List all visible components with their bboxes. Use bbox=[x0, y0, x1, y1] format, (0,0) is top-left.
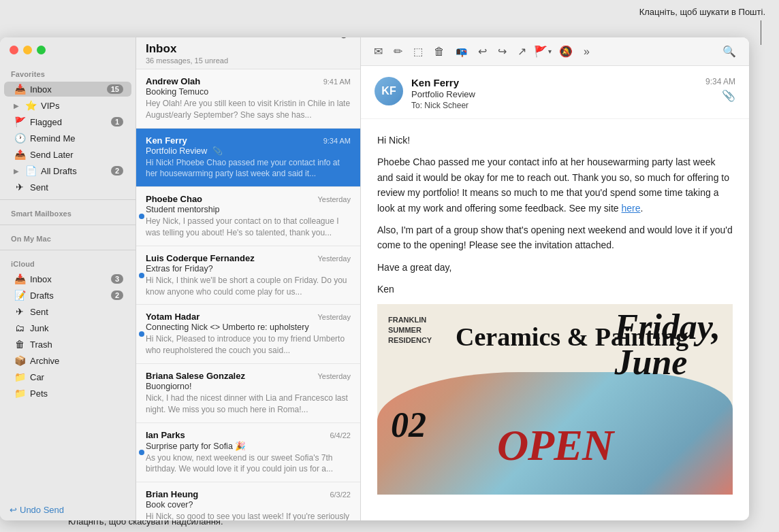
sidebar-item-icloud-archive[interactable]: 📦 Archive bbox=[4, 353, 131, 368]
sidebar-item-vips[interactable]: ▶ ⭐ VIPs bbox=[4, 98, 131, 113]
email-subject: Book cover? bbox=[146, 500, 351, 510]
from-name: Ken Ferry bbox=[411, 77, 697, 88]
all-drafts-expand-icon: ▶ bbox=[14, 167, 19, 175]
maximize-button[interactable] bbox=[37, 46, 46, 54]
email-sender: Ken Ferry bbox=[146, 135, 318, 146]
flag-group[interactable]: 🚩 ▾ bbox=[534, 45, 552, 58]
search-icon[interactable]: 🔍 bbox=[719, 43, 740, 60]
notification-icon[interactable]: 🔕 bbox=[556, 43, 576, 60]
flag-dropdown-icon[interactable]: ▾ bbox=[548, 48, 552, 55]
email-item[interactable]: Phoebe Chao Yesterday Student mentorship… bbox=[136, 187, 360, 246]
sidebar-divider-onmac bbox=[0, 225, 136, 225]
sidebar-item-label: Trash bbox=[30, 339, 123, 350]
mailbox-subtitle: 36 messages, 15 unread bbox=[146, 56, 351, 65]
email-preview: As you know, next weekend is our sweet S… bbox=[146, 452, 351, 476]
more-icon[interactable]: » bbox=[580, 44, 593, 60]
sidebar-divider-icloud bbox=[0, 250, 136, 250]
sidebar-item-inbox[interactable]: 📥 Inbox 15 bbox=[4, 82, 131, 97]
here-link[interactable]: here bbox=[621, 203, 640, 214]
unread-dot bbox=[139, 331, 144, 337]
email-time-display: 9:34 AM bbox=[705, 77, 735, 86]
sidebar-item-icloud-pets[interactable]: 📁 Pets bbox=[4, 386, 131, 401]
sidebar-item-icloud-sent[interactable]: ✈ Sent bbox=[4, 304, 131, 319]
sidebar-item-label: Inbox bbox=[30, 84, 103, 95]
sidebar-item-label: Sent bbox=[30, 307, 123, 317]
undo-send-button[interactable]: ↩ Undo Send bbox=[10, 505, 126, 515]
body-closing2: Ken bbox=[377, 282, 733, 297]
on-my-mac-label: On My Mac bbox=[0, 229, 136, 246]
email-item[interactable]: Briana Salese Gonzalez Yesterday Buongio… bbox=[136, 364, 360, 423]
sidebar-item-label: Inbox bbox=[30, 274, 107, 284]
unread-dot bbox=[139, 214, 144, 219]
email-item[interactable]: Brian Heung 6/3/22 Book cover? Hi Nick, … bbox=[136, 482, 360, 520]
undo-send-icon: ↩ bbox=[10, 505, 17, 515]
email-sender: Phoebe Chao bbox=[146, 194, 312, 204]
flag-icon[interactable]: 🚩 bbox=[534, 45, 547, 58]
sidebar-item-label: Drafts bbox=[30, 290, 107, 301]
sidebar-item-icloud-car[interactable]: 📁 Car bbox=[4, 369, 131, 384]
sidebar-item-send-later[interactable]: 📤 Send Later bbox=[4, 147, 131, 162]
email-list-header: ⊙ Inbox 36 messages, 15 unread bbox=[136, 37, 360, 69]
sidebar-item-sent[interactable]: ✈ Sent bbox=[4, 180, 131, 195]
sidebar-item-remind-me[interactable]: 🕐 Remind Me bbox=[4, 131, 131, 146]
minimize-button[interactable] bbox=[23, 46, 32, 54]
email-subject: Booking Temuco bbox=[146, 87, 351, 97]
icloud-inbox-badge: 3 bbox=[111, 274, 123, 284]
sidebar-item-icloud-inbox[interactable]: 📥 Inbox 3 bbox=[4, 271, 131, 286]
sidebar-item-icloud-drafts[interactable]: 📝 Drafts 2 bbox=[4, 288, 131, 303]
filter-icon[interactable]: ⊙ bbox=[336, 37, 351, 42]
email-subject-display: Portfolio Review bbox=[411, 89, 697, 99]
toolbar: ✉ ✏ ⬚ 🗑 📭 ↩ ↪ ↗ 🚩 ▾ 🔕 » 🔍 bbox=[361, 37, 749, 66]
body-paragraph2: Also, I'm part of a group show that's op… bbox=[377, 222, 733, 253]
event-residency-label: FRANKLIN SUMMER RESIDENCY bbox=[388, 315, 432, 346]
attachment-indicator: 📎 bbox=[705, 89, 735, 102]
franklin-text: 02 bbox=[391, 397, 426, 453]
remind-me-icon: 🕐 bbox=[14, 133, 26, 144]
sidebar-item-label: Flagged bbox=[30, 117, 107, 127]
move-to-junk-icon[interactable]: 📭 bbox=[452, 44, 471, 59]
email-header-meta: 9:34 AM 📎 bbox=[705, 77, 735, 102]
unread-dot bbox=[139, 450, 144, 455]
email-item[interactable]: Ian Parks 6/4/22 Surprise party for Sofi… bbox=[136, 423, 360, 483]
body-paragraph1: Phoebe Chao passed me your contact info … bbox=[377, 154, 733, 216]
reply-all-icon[interactable]: ↪ bbox=[494, 43, 510, 60]
email-item[interactable]: Andrew Olah 9:41 AM Booking Temuco Hey O… bbox=[136, 69, 360, 129]
sidebar-item-label: Send Later bbox=[30, 150, 123, 160]
undo-send-label: Undo Send bbox=[20, 505, 64, 515]
email-time: 9:41 AM bbox=[323, 78, 351, 86]
email-subject: Portfolio Review 📎 bbox=[146, 146, 351, 156]
sidebar-item-label: All Drafts bbox=[41, 166, 107, 176]
email-item[interactable]: Luis Coderque Fernandez Yesterday Extras… bbox=[136, 246, 360, 305]
sidebar-item-label: Sent bbox=[30, 182, 123, 193]
icloud-drafts-icon: 📝 bbox=[14, 290, 26, 301]
mailbox-title: Inbox bbox=[146, 42, 351, 56]
sidebar-item-icloud-trash[interactable]: 🗑 Trash bbox=[4, 337, 131, 352]
email-item[interactable]: Ken Ferry 9:34 AM Portfolio Review 📎 Hi … bbox=[136, 129, 360, 188]
event-invitation-image: FRANKLIN SUMMER RESIDENCY Ceramics & Pai… bbox=[377, 304, 733, 495]
smart-mailboxes-label: Smart Mailboxes bbox=[0, 204, 136, 220]
sidebar-item-icloud-junk[interactable]: 🗂 Junk bbox=[4, 320, 131, 335]
to-name: Nick Scheer bbox=[424, 101, 468, 110]
delete-icon[interactable]: 🗑 bbox=[430, 44, 448, 60]
new-message-icon[interactable]: ✉ bbox=[370, 43, 386, 60]
archive-icon[interactable]: ⬚ bbox=[410, 44, 426, 60]
email-time: Yesterday bbox=[317, 313, 351, 321]
email-item[interactable]: Yotam Hadar Yesterday Connecting Nick <>… bbox=[136, 305, 360, 364]
mail-window: Favorites 📥 Inbox 15 ▶ ⭐ VIPs 🚩 Flagged … bbox=[0, 37, 749, 520]
email-sender: Ian Parks bbox=[146, 430, 324, 440]
sidebar-item-flagged[interactable]: 🚩 Flagged 1 bbox=[4, 114, 131, 129]
inbox-icon: 📥 bbox=[14, 84, 26, 95]
sidebar-item-label: VIPs bbox=[41, 101, 123, 111]
email-subject: Buongiorno! bbox=[146, 382, 351, 391]
body-closing1: Have a great day, bbox=[377, 260, 733, 275]
compose-icon[interactable]: ✏ bbox=[390, 43, 406, 60]
favorites-section-label: Favorites bbox=[0, 65, 136, 81]
email-preview: Hi Nick! Phoebe Chao passed me your cont… bbox=[146, 157, 351, 180]
icloud-drafts-badge: 2 bbox=[111, 290, 123, 300]
email-time: 6/4/22 bbox=[330, 431, 351, 439]
close-button[interactable] bbox=[10, 46, 18, 54]
reply-icon[interactable]: ↩ bbox=[475, 43, 490, 60]
forward-icon[interactable]: ↗ bbox=[514, 43, 530, 60]
sidebar-item-all-drafts[interactable]: ▶ 📄 All Drafts 2 bbox=[4, 163, 131, 178]
sidebar-item-label: Junk bbox=[30, 323, 123, 333]
